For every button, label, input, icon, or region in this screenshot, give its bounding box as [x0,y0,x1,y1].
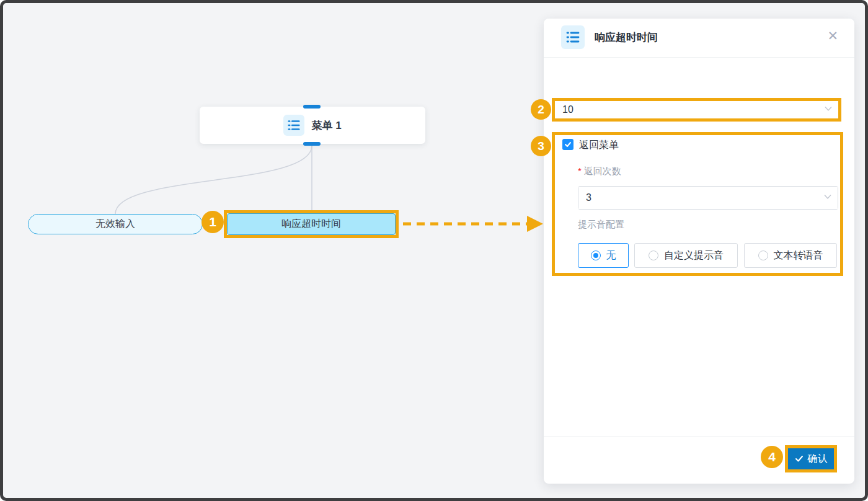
annotation-box-2: 10 [552,98,841,122]
tone-option-none[interactable]: 无 [578,243,629,268]
confirm-button[interactable]: 确认 [788,448,834,469]
flow-canvas: 菜单 1 无效输入 响应超时时间 响应超时时间 ✕ [0,0,868,501]
tone-option-custom-label: 自定义提示音 [664,249,724,262]
annotation-box-1: 响应超时时间 [224,210,399,238]
tone-option-custom[interactable]: 自定义提示音 [634,243,738,268]
radio-icon [758,250,768,260]
step-badge-2: 2 [531,99,551,120]
return-count-value: 3 [586,192,591,203]
return-menu-label[interactable]: 返回菜单 [579,139,619,152]
chevron-down-icon [824,104,833,115]
return-menu-checkbox[interactable] [562,139,574,150]
check-icon [795,454,804,463]
tone-config-label: 提示音配置 [578,219,624,231]
return-count-label: *返回次数 [578,166,621,177]
step-badge-3: 3 [531,136,551,156]
radio-icon [649,250,658,260]
step-badge-4: 4 [761,446,783,468]
radio-icon [591,250,601,260]
annotation-box-4: 确认 [785,445,837,472]
timeout-select[interactable]: 10 [555,101,838,118]
tone-option-tts-label: 文本转语音 [774,249,823,262]
tone-option-tts[interactable]: 文本转语音 [744,243,837,268]
confirm-button-label: 确认 [808,453,828,466]
timeout-select-value: 10 [562,104,574,115]
step-badge-1: 1 [202,211,224,233]
return-count-select[interactable]: 3 [578,186,838,210]
tone-option-none-label: 无 [606,249,616,262]
branch-response-timeout[interactable]: 响应超时时间 [227,213,396,235]
chevron-down-icon [823,192,832,203]
required-marker: * [578,166,582,176]
branch-response-timeout-label: 响应超时时间 [281,218,341,231]
